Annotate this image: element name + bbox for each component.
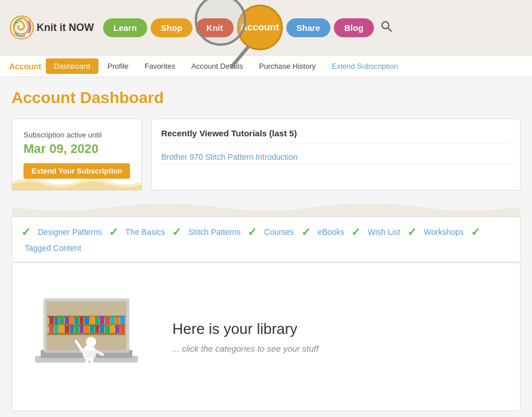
page-content: Account Dashboard Subscription active un…: [0, 77, 532, 417]
svg-rect-13: [65, 317, 69, 324]
sub-nav-profile[interactable]: Profile: [101, 58, 136, 74]
library-illustration: [23, 287, 149, 387]
svg-rect-31: [80, 325, 84, 333]
checkmark-0: ✓: [21, 225, 31, 239]
svg-rect-24: [120, 316, 125, 324]
svg-rect-11: [54, 317, 58, 324]
sub-nav-account-label: Account: [9, 62, 41, 71]
svg-rect-21: [105, 317, 110, 324]
svg-rect-16: [80, 316, 84, 324]
svg-point-1: [382, 22, 389, 29]
sub-nav-purchase-history[interactable]: Purchase History: [252, 58, 322, 74]
svg-rect-20: [100, 316, 104, 324]
svg-rect-10: [49, 316, 54, 324]
tutorial-link-0[interactable]: Brother 970 Stitch Pattern Introduction: [161, 150, 511, 164]
knit-nav-button[interactable]: Knit: [196, 18, 233, 37]
svg-rect-46: [41, 350, 132, 358]
svg-rect-22: [111, 316, 115, 324]
laptop-svg: [23, 287, 149, 384]
category-workshops[interactable]: Workshops: [420, 226, 467, 238]
svg-rect-30: [74, 325, 79, 333]
checkmark-6: ✓: [407, 225, 417, 239]
svg-rect-12: [59, 316, 64, 324]
svg-rect-27: [59, 325, 64, 333]
svg-rect-35: [100, 325, 104, 333]
svg-rect-28: [65, 326, 69, 333]
sub-nav-favorites[interactable]: Favorites: [137, 58, 182, 74]
checkmark-2: ✓: [172, 225, 182, 239]
category-ebooks[interactable]: eBooks: [314, 226, 348, 238]
sub-nav-account-details[interactable]: Account Details: [184, 58, 250, 74]
category-tabs: ✓ Designer Patterns ✓ The Basics ✓ Stitc…: [11, 217, 521, 262]
svg-rect-18: [90, 316, 94, 324]
library-text: Here is your library ... click the categ…: [172, 320, 318, 353]
checkmark-1: ✓: [109, 225, 119, 239]
shop-nav-button[interactable]: Shop: [151, 18, 193, 37]
logo[interactable]: Knit it NOW: [9, 15, 94, 40]
account-nav-button[interactable]: Account: [237, 5, 283, 50]
svg-rect-34: [95, 325, 99, 333]
svg-line-2: [388, 28, 392, 32]
checkmark-7: ✓: [471, 225, 480, 239]
category-tagged-content[interactable]: Tagged Content: [21, 242, 85, 254]
svg-rect-32: [84, 326, 89, 333]
category-stitch-patterns[interactable]: Stitch Patterns: [185, 226, 244, 238]
svg-rect-7: [48, 333, 125, 335]
svg-rect-23: [115, 317, 120, 324]
sub-nav-extend-subscription[interactable]: Extend Subscription: [325, 58, 405, 74]
svg-rect-33: [90, 325, 94, 333]
svg-rect-14: [70, 316, 74, 324]
share-nav-button[interactable]: Share: [286, 18, 331, 37]
category-the-basics[interactable]: The Basics: [122, 226, 168, 238]
svg-rect-15: [74, 317, 79, 324]
svg-rect-39: [120, 325, 125, 333]
tutorials-title: Recently Viewed Tutorials (last 5): [161, 128, 511, 143]
checkmark-3: ✓: [247, 225, 257, 239]
logo-icon: [9, 15, 34, 40]
checkmark-4: ✓: [301, 225, 311, 239]
top-navigation: Knit it NOW Learn Shop Knit Account Shar…: [0, 0, 532, 56]
tutorials-card: Recently Viewed Tutorials (last 5) Broth…: [151, 119, 521, 191]
svg-point-41: [86, 337, 96, 347]
sub-nav-dashboard[interactable]: Dashboard: [46, 58, 98, 74]
svg-rect-36: [105, 326, 110, 333]
logo-text: Knit it NOW: [37, 22, 94, 34]
svg-rect-17: [84, 317, 89, 324]
search-button[interactable]: [377, 17, 396, 38]
svg-rect-29: [70, 325, 74, 333]
svg-rect-37: [111, 325, 115, 333]
svg-rect-19: [95, 317, 99, 324]
subscription-label: Subscription active until: [23, 131, 130, 139]
category-courses[interactable]: Courses: [261, 226, 297, 238]
checkmark-5: ✓: [351, 225, 361, 239]
subscription-card: Subscription active until Mar 09, 2020 E…: [11, 119, 142, 191]
library-section: Here is your library ... click the categ…: [11, 262, 521, 411]
dashboard-cards: Subscription active until Mar 09, 2020 E…: [11, 119, 521, 191]
search-icon: [381, 21, 392, 32]
library-heading: Here is your library: [172, 320, 318, 338]
svg-rect-26: [54, 325, 58, 333]
sub-navigation: Account Dashboard Profile Favorites Acco…: [0, 56, 532, 77]
page-title: Account Dashboard: [11, 89, 521, 107]
subscription-date: Mar 09, 2020: [23, 141, 130, 156]
learn-nav-button[interactable]: Learn: [103, 18, 147, 37]
wavy-decoration: [12, 173, 141, 190]
category-designer-patterns[interactable]: Designer Patterns: [34, 226, 105, 238]
library-subtext: ... click the categories to see your stu…: [172, 344, 318, 353]
nav-buttons: Learn Shop Knit Account Share Blog: [103, 5, 523, 50]
wavy-separator: [11, 202, 521, 217]
blog-nav-button[interactable]: Blog: [334, 18, 373, 37]
svg-rect-38: [115, 325, 120, 333]
category-wish-list[interactable]: Wish List: [364, 226, 404, 238]
svg-rect-25: [49, 325, 54, 333]
